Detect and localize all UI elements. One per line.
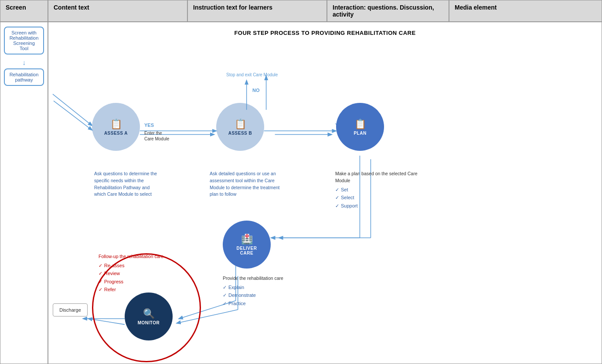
- header-content: Content text: [48, 0, 188, 21]
- followup-desc: Follow-up the rehabilitation care ✓ Re-a…: [99, 253, 177, 294]
- screen-box-2: Rehabilitation pathway: [4, 68, 44, 86]
- header-row: Screen Content text Instruction text for…: [0, 0, 602, 22]
- enter-care-label: Enter theCare Module: [144, 130, 169, 142]
- assess-a-desc: Ask questions to determine the specific …: [94, 170, 162, 198]
- plan-icon: 📋: [354, 119, 366, 130]
- followup-item-review: ✓ Review: [99, 270, 177, 277]
- screen-box-1: Screen with Rehabilitation Screening Too…: [4, 27, 44, 54]
- stop-exit-label: Stop and exit Care Module: [226, 72, 278, 77]
- assess-a-node: 📋 ASSESS A: [92, 103, 140, 151]
- plan-item-set: ✓ Set: [335, 186, 422, 194]
- assess-b-desc: Ask detailed questions or use an assessm…: [210, 170, 284, 198]
- followup-item-progress: ✓ Progress: [99, 278, 177, 286]
- arrow-down-screen: ↓: [4, 59, 44, 67]
- page-wrapper: Screen Content text Instruction text for…: [0, 0, 602, 364]
- monitor-icon: 🔍: [143, 308, 155, 320]
- deliver-item-explain: ✓ Explain: [223, 284, 310, 291]
- monitor-node: 🔍 MONITOR: [125, 293, 173, 340]
- header-instruction: Instruction text for learners: [188, 0, 327, 21]
- assess-b-label: ASSESS B: [228, 131, 252, 136]
- plan-desc: Make a plan based on the selected Care M…: [335, 170, 422, 210]
- deliver-care-node: 🏥 DELIVER CARE: [223, 221, 271, 269]
- deliver-desc: Provide the rehabilitation care ✓ Explai…: [223, 275, 310, 308]
- no-label: NO: [252, 88, 260, 93]
- deliver-item-demonstrate: ✓ Demonstrate: [223, 292, 310, 299]
- header-interaction: Interaction: questions. Discussion, acti…: [327, 0, 449, 21]
- discharge-box: Discharge: [53, 303, 88, 316]
- diagram-container: FOUR STEP PROCESS TO PROVIDING REHABILIT…: [48, 22, 602, 364]
- deliver-icon: 🏥: [241, 234, 253, 245]
- assess-b-node: 📋 ASSESS B: [216, 103, 264, 151]
- monitor-label: MONITOR: [138, 320, 160, 325]
- assess-a-icon: 📋: [110, 119, 122, 130]
- assess-b-icon: 📋: [235, 119, 246, 130]
- followup-item-refer: ✓ Refer: [99, 286, 177, 293]
- followup-item-reasses: ✓ Re-asses: [99, 262, 177, 269]
- assess-a-label: ASSESS A: [104, 131, 128, 136]
- plan-node: 📋 PLAN: [336, 103, 384, 151]
- plan-label: PLAN: [354, 131, 366, 136]
- plan-item-select: ✓ Select: [335, 194, 422, 201]
- content-area: Screen with Rehabilitation Screening Too…: [0, 22, 602, 364]
- deliver-item-practice: ✓ Practice: [223, 300, 310, 307]
- screen-column: Screen with Rehabilitation Screening Too…: [0, 22, 48, 364]
- header-media: Media element: [449, 0, 602, 21]
- yes1-label: YES: [144, 122, 154, 128]
- svg-line-0: [53, 94, 92, 126]
- plan-item-support: ✓ Support: [335, 202, 422, 210]
- header-screen: Screen: [0, 0, 48, 21]
- deliver-label: DELIVER CARE: [237, 246, 257, 255]
